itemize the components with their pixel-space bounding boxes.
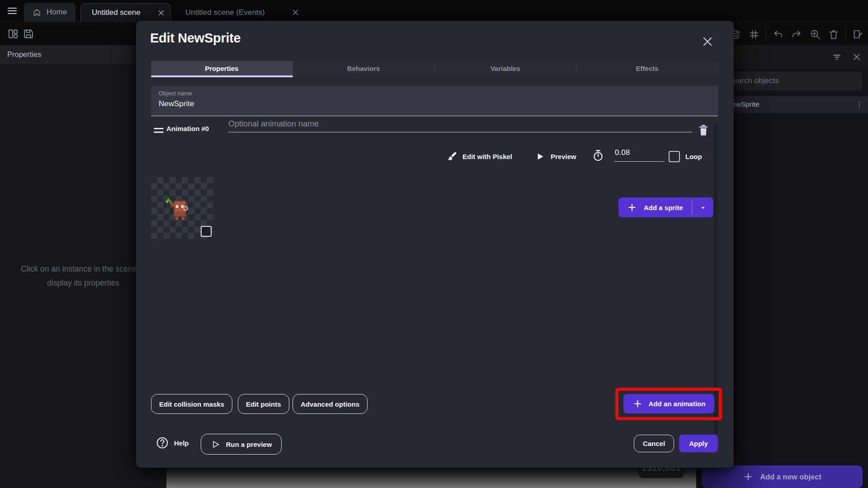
animation-drag-handle[interactable] bbox=[154, 128, 164, 135]
panel-layout-icon bbox=[7, 28, 19, 40]
edit-scene-properties-button[interactable] bbox=[851, 28, 864, 41]
run-preview-label: Run a preview bbox=[226, 441, 272, 448]
loop-label: Loop bbox=[685, 153, 702, 160]
close-tab-icon[interactable] bbox=[158, 10, 164, 16]
object-list-item[interactable]: NewSprite bbox=[727, 96, 868, 113]
grid-icon bbox=[748, 28, 760, 40]
edit-sprite-dialog: Edit NewSprite Properties Behaviors Vari… bbox=[136, 21, 734, 468]
properties-panel-title: Properties bbox=[7, 50, 41, 59]
advanced-options-button[interactable]: Advanced options bbox=[292, 394, 368, 414]
add-new-object-button[interactable]: Add a new object bbox=[702, 465, 863, 488]
edit-collision-masks-button[interactable]: Edit collision masks bbox=[151, 394, 232, 414]
caret-down-icon[interactable] bbox=[699, 204, 707, 212]
undo-button[interactable] bbox=[771, 28, 785, 41]
stopwatch-icon bbox=[591, 149, 605, 162]
animation-name-input[interactable] bbox=[228, 119, 692, 132]
zoom-button[interactable] bbox=[808, 28, 822, 41]
help-circle-icon bbox=[156, 436, 169, 449]
main-menu-button[interactable] bbox=[5, 4, 19, 18]
brush-icon bbox=[447, 151, 458, 162]
save-button[interactable] bbox=[22, 27, 35, 41]
add-animation-label: Add an animation bbox=[649, 400, 706, 408]
tab-untitled-scene-events[interactable]: Untitled scene (Events) bbox=[175, 3, 305, 22]
toolbar-separator bbox=[845, 27, 846, 42]
grid-button[interactable] bbox=[747, 28, 761, 41]
tab-properties[interactable]: Properties bbox=[151, 61, 292, 75]
add-new-object-label: Add a new object bbox=[760, 473, 821, 481]
undo-icon bbox=[772, 28, 784, 40]
search-objects-input[interactable] bbox=[720, 71, 863, 90]
trash-icon bbox=[697, 123, 710, 137]
plus-icon bbox=[627, 202, 637, 213]
gdevelop-app: 1510,801 Properties Click on an instance… bbox=[0, 0, 868, 488]
apply-button[interactable]: Apply bbox=[679, 435, 718, 452]
tab-scene-label: Untitled scene bbox=[92, 8, 141, 17]
add-an-animation-button[interactable]: Add an animation bbox=[623, 394, 714, 413]
tab-variables[interactable]: Variables bbox=[434, 61, 576, 75]
pig-sprite-image bbox=[165, 196, 192, 223]
plus-icon bbox=[632, 399, 643, 409]
hamburger-menu-icon bbox=[6, 5, 18, 17]
button-divider bbox=[692, 200, 692, 215]
run-a-preview-button[interactable]: Run a preview bbox=[201, 434, 282, 455]
trash-icon bbox=[828, 28, 840, 40]
save-icon bbox=[23, 28, 34, 40]
tab-effects[interactable]: Effects bbox=[576, 61, 718, 75]
toolbar-separator bbox=[766, 27, 766, 42]
edit-scene-icon bbox=[852, 28, 863, 40]
frame-duration-input[interactable] bbox=[614, 148, 665, 162]
object-menu-button[interactable] bbox=[855, 100, 863, 108]
toggle-panels-button[interactable] bbox=[6, 27, 20, 41]
object-name-label: Object name bbox=[159, 90, 192, 97]
close-icon bbox=[703, 37, 712, 47]
delete-animation-button[interactable] bbox=[697, 123, 710, 137]
play-outline-icon bbox=[211, 440, 220, 449]
plus-icon bbox=[743, 471, 754, 482]
tab-untitled-scene[interactable]: Untitled scene bbox=[80, 3, 171, 22]
delete-button[interactable] bbox=[827, 28, 840, 41]
object-name-field[interactable]: Object name bbox=[151, 86, 718, 116]
edit-points-button[interactable]: Edit points bbox=[238, 394, 289, 414]
preview-button[interactable] bbox=[536, 152, 544, 161]
sprite-frame-thumbnail[interactable] bbox=[151, 177, 213, 239]
dialog-title: Edit NewSprite bbox=[150, 31, 241, 46]
search-objects-field[interactable] bbox=[720, 71, 863, 90]
edit-with-piskel-label[interactable]: Edit with Piskel bbox=[462, 153, 512, 160]
dialog-tab-bar: Properties Behaviors Variables Effects bbox=[151, 61, 718, 75]
zoom-in-icon bbox=[809, 28, 821, 40]
time-between-frames bbox=[591, 149, 605, 162]
help-label: Help bbox=[174, 439, 189, 447]
kebab-menu-icon bbox=[855, 100, 863, 108]
play-icon bbox=[536, 152, 544, 161]
home-icon bbox=[33, 8, 41, 17]
help-button[interactable]: Help bbox=[156, 436, 189, 449]
preview-label[interactable]: Preview bbox=[551, 153, 576, 160]
add-sprite-button[interactable]: Add a sprite bbox=[618, 197, 713, 217]
top-bar: Home Untitled scene Untitled scene (Even… bbox=[0, 0, 868, 22]
cancel-button[interactable]: Cancel bbox=[634, 435, 674, 452]
tab-events-label: Untitled scene (Events) bbox=[185, 8, 265, 17]
add-sprite-label: Add a sprite bbox=[644, 204, 683, 211]
edit-with-piskel-button[interactable] bbox=[447, 151, 458, 162]
redo-icon bbox=[791, 28, 802, 40]
redo-button[interactable] bbox=[790, 28, 803, 41]
object-name-input[interactable] bbox=[159, 99, 656, 108]
tab-home-label: Home bbox=[47, 8, 67, 17]
animation-label: Animation #0 bbox=[166, 125, 209, 132]
frame-select-checkbox[interactable] bbox=[201, 226, 212, 237]
tab-behaviors[interactable]: Behaviors bbox=[292, 61, 434, 75]
loop-checkbox[interactable] bbox=[669, 151, 680, 162]
close-icon bbox=[853, 53, 860, 61]
close-tab-icon[interactable] bbox=[292, 9, 298, 15]
tab-home[interactable]: Home bbox=[24, 3, 75, 22]
filter-objects-button[interactable] bbox=[830, 50, 844, 64]
scene-toolbar-icons bbox=[729, 27, 864, 42]
filter-icon bbox=[831, 52, 842, 62]
close-objects-panel-button[interactable] bbox=[850, 50, 863, 64]
close-dialog-button[interactable] bbox=[699, 33, 716, 50]
active-tab-indicator bbox=[151, 75, 293, 77]
